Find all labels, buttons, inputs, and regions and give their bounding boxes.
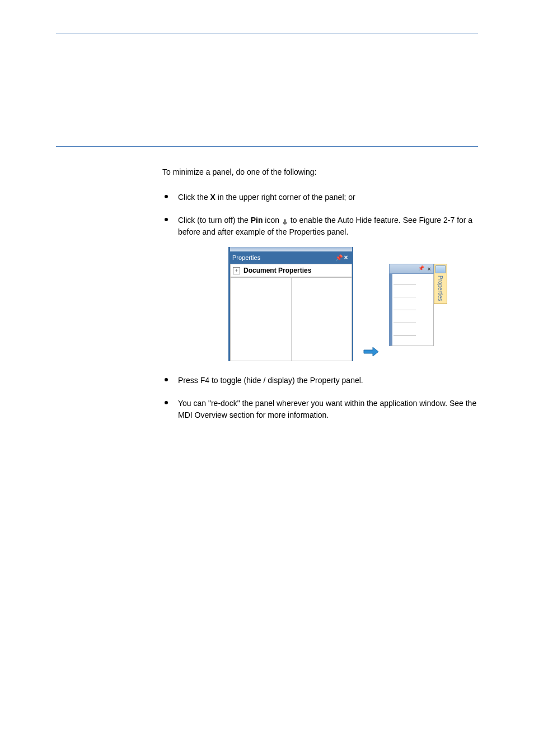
pin-icon[interactable]: 📌: [418, 265, 424, 273]
pin-label: Pin: [251, 216, 263, 225]
divider-section: [56, 146, 478, 147]
expand-icon[interactable]: +: [233, 267, 240, 274]
properties-panel-expanded: Properties 📌 × + Document Properties: [228, 247, 353, 361]
close-action: X: [210, 193, 216, 202]
intro-para: To minimize a panel, do one of the follo…: [162, 166, 478, 178]
properties-grid: [230, 277, 352, 361]
bullet-2: Click (to turn off) the Pin icon to enab…: [162, 214, 478, 361]
figure-2-7: Properties 📌 × + Document Properties: [228, 247, 478, 361]
bullet-1: Click the X in the upper right corner of…: [162, 192, 478, 203]
bullet-4: You can "re-dock" the panel wherever you…: [162, 398, 478, 421]
mdi-overview-link[interactable]: MDI Overview: [178, 410, 227, 419]
properties-tab-label: Properties: [436, 274, 444, 302]
pin-icon: [282, 217, 288, 224]
document-properties-header[interactable]: + Document Properties: [230, 264, 352, 277]
close-icon[interactable]: ×: [428, 265, 431, 273]
bullet-3: Press F4 to toggle (hide / display) the …: [162, 375, 478, 386]
properties-panel-autohidden: 📌 ×: [389, 264, 451, 346]
properties-tab-icon: [435, 265, 446, 273]
pin-icon[interactable]: 📌: [335, 253, 342, 263]
arrow-right-icon: [363, 346, 379, 358]
properties-tab[interactable]: Properties: [434, 264, 448, 304]
close-icon[interactable]: ×: [342, 253, 350, 263]
divider-top: [56, 34, 478, 34]
panel-title: Properties: [232, 253, 335, 263]
